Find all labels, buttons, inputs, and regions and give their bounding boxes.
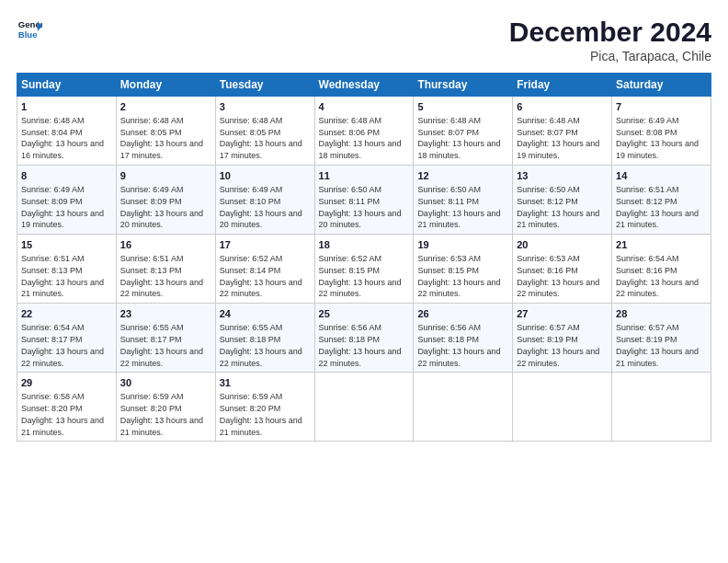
day-info: Sunrise: 6:53 AMSunset: 8:16 PMDaylight:… xyxy=(517,254,599,298)
day-info: Sunrise: 6:55 AMSunset: 8:17 PMDaylight:… xyxy=(120,323,203,367)
table-row: 10Sunrise: 6:49 AMSunset: 8:10 PMDayligh… xyxy=(215,166,314,235)
day-info: Sunrise: 6:49 AMSunset: 8:09 PMDaylight:… xyxy=(21,185,104,229)
day-number: 2 xyxy=(120,100,211,114)
table-row: 16Sunrise: 6:51 AMSunset: 8:13 PMDayligh… xyxy=(116,235,215,304)
day-info: Sunrise: 6:56 AMSunset: 8:18 PMDaylight:… xyxy=(417,323,500,367)
day-number: 18 xyxy=(319,238,410,252)
day-info: Sunrise: 6:51 AMSunset: 8:13 PMDaylight:… xyxy=(21,254,104,298)
day-info: Sunrise: 6:52 AMSunset: 8:14 PMDaylight:… xyxy=(220,254,302,298)
calendar-week-row: 29Sunrise: 6:58 AMSunset: 8:20 PMDayligh… xyxy=(17,373,711,442)
header-saturday: Saturday xyxy=(612,74,711,97)
table-row: 7Sunrise: 6:49 AMSunset: 8:08 PMDaylight… xyxy=(612,97,711,166)
table-row: 3Sunrise: 6:48 AMSunset: 8:05 PMDaylight… xyxy=(215,97,314,166)
day-info: Sunrise: 6:51 AMSunset: 8:13 PMDaylight:… xyxy=(120,254,203,298)
table-row: 23Sunrise: 6:55 AMSunset: 8:17 PMDayligh… xyxy=(116,304,215,373)
table-row: 8Sunrise: 6:49 AMSunset: 8:09 PMDaylight… xyxy=(17,166,117,235)
calendar-table: Sunday Monday Tuesday Wednesday Thursday… xyxy=(17,73,711,442)
day-number: 19 xyxy=(417,238,508,252)
table-row: 25Sunrise: 6:56 AMSunset: 8:18 PMDayligh… xyxy=(314,304,414,373)
day-info: Sunrise: 6:54 AMSunset: 8:16 PMDaylight:… xyxy=(616,254,699,298)
day-number: 22 xyxy=(21,307,112,321)
day-info: Sunrise: 6:58 AMSunset: 8:20 PMDaylight:… xyxy=(21,392,104,436)
logo: General Blue xyxy=(17,17,42,42)
calendar-week-row: 22Sunrise: 6:54 AMSunset: 8:17 PMDayligh… xyxy=(17,304,711,373)
day-number: 15 xyxy=(21,238,112,252)
table-row: 5Sunrise: 6:48 AMSunset: 8:07 PMDaylight… xyxy=(414,97,513,166)
subtitle: Pica, Tarapaca, Chile xyxy=(509,49,711,63)
calendar-header-row: Sunday Monday Tuesday Wednesday Thursday… xyxy=(17,74,711,97)
day-number: 21 xyxy=(616,238,707,252)
day-info: Sunrise: 6:53 AMSunset: 8:15 PMDaylight:… xyxy=(417,254,500,298)
day-info: Sunrise: 6:50 AMSunset: 8:12 PMDaylight:… xyxy=(517,185,599,229)
day-info: Sunrise: 6:56 AMSunset: 8:18 PMDaylight:… xyxy=(319,323,402,367)
day-number: 20 xyxy=(517,238,608,252)
day-info: Sunrise: 6:48 AMSunset: 8:07 PMDaylight:… xyxy=(517,116,599,160)
day-info: Sunrise: 6:48 AMSunset: 8:04 PMDaylight:… xyxy=(21,116,104,160)
table-row: 14Sunrise: 6:51 AMSunset: 8:12 PMDayligh… xyxy=(612,166,711,235)
day-info: Sunrise: 6:59 AMSunset: 8:20 PMDaylight:… xyxy=(220,392,302,436)
day-number: 16 xyxy=(120,238,211,252)
header-wednesday: Wednesday xyxy=(314,74,414,97)
day-number: 11 xyxy=(319,169,410,183)
page: General Blue December 2024 Pica, Tarapac… xyxy=(0,0,728,563)
day-info: Sunrise: 6:51 AMSunset: 8:12 PMDaylight:… xyxy=(616,185,699,229)
day-number: 7 xyxy=(616,100,707,114)
calendar-week-row: 8Sunrise: 6:49 AMSunset: 8:09 PMDaylight… xyxy=(17,166,711,235)
day-number: 17 xyxy=(220,238,311,252)
calendar-week-row: 15Sunrise: 6:51 AMSunset: 8:13 PMDayligh… xyxy=(17,235,711,304)
svg-text:Blue: Blue xyxy=(18,29,38,40)
calendar-week-row: 1Sunrise: 6:48 AMSunset: 8:04 PMDaylight… xyxy=(17,97,711,166)
day-number: 1 xyxy=(21,100,112,114)
table-row: 6Sunrise: 6:48 AMSunset: 8:07 PMDaylight… xyxy=(513,97,612,166)
day-number: 24 xyxy=(220,307,311,321)
table-row xyxy=(513,373,612,442)
table-row: 31Sunrise: 6:59 AMSunset: 8:20 PMDayligh… xyxy=(215,373,314,442)
day-number: 9 xyxy=(120,169,211,183)
day-number: 25 xyxy=(319,307,410,321)
day-number: 27 xyxy=(517,307,608,321)
header-thursday: Thursday xyxy=(414,74,513,97)
table-row: 11Sunrise: 6:50 AMSunset: 8:11 PMDayligh… xyxy=(314,166,414,235)
day-number: 30 xyxy=(120,376,211,390)
title-block: December 2024 Pica, Tarapaca, Chile xyxy=(509,17,711,63)
day-info: Sunrise: 6:52 AMSunset: 8:15 PMDaylight:… xyxy=(319,254,402,298)
table-row: 20Sunrise: 6:53 AMSunset: 8:16 PMDayligh… xyxy=(513,235,612,304)
day-number: 28 xyxy=(616,307,707,321)
table-row: 26Sunrise: 6:56 AMSunset: 8:18 PMDayligh… xyxy=(414,304,513,373)
day-info: Sunrise: 6:48 AMSunset: 8:07 PMDaylight:… xyxy=(417,116,500,160)
day-info: Sunrise: 6:54 AMSunset: 8:17 PMDaylight:… xyxy=(21,323,104,367)
day-number: 3 xyxy=(220,100,311,114)
table-row: 28Sunrise: 6:57 AMSunset: 8:19 PMDayligh… xyxy=(612,304,711,373)
day-info: Sunrise: 6:57 AMSunset: 8:19 PMDaylight:… xyxy=(616,323,699,367)
table-row: 4Sunrise: 6:48 AMSunset: 8:06 PMDaylight… xyxy=(314,97,414,166)
header: General Blue December 2024 Pica, Tarapac… xyxy=(17,17,711,63)
table-row: 2Sunrise: 6:48 AMSunset: 8:05 PMDaylight… xyxy=(116,97,215,166)
table-row: 13Sunrise: 6:50 AMSunset: 8:12 PMDayligh… xyxy=(513,166,612,235)
header-monday: Monday xyxy=(116,74,215,97)
table-row: 17Sunrise: 6:52 AMSunset: 8:14 PMDayligh… xyxy=(215,235,314,304)
day-info: Sunrise: 6:48 AMSunset: 8:05 PMDaylight:… xyxy=(120,116,203,160)
day-number: 29 xyxy=(21,376,112,390)
day-info: Sunrise: 6:48 AMSunset: 8:06 PMDaylight:… xyxy=(319,116,402,160)
table-row: 21Sunrise: 6:54 AMSunset: 8:16 PMDayligh… xyxy=(612,235,711,304)
day-info: Sunrise: 6:59 AMSunset: 8:20 PMDaylight:… xyxy=(120,392,203,436)
day-number: 23 xyxy=(120,307,211,321)
day-info: Sunrise: 6:49 AMSunset: 8:09 PMDaylight:… xyxy=(120,185,203,229)
table-row: 24Sunrise: 6:55 AMSunset: 8:18 PMDayligh… xyxy=(215,304,314,373)
day-info: Sunrise: 6:50 AMSunset: 8:11 PMDaylight:… xyxy=(417,185,500,229)
day-number: 5 xyxy=(417,100,508,114)
header-friday: Friday xyxy=(513,74,612,97)
main-title: December 2024 xyxy=(509,17,711,47)
day-number: 4 xyxy=(319,100,410,114)
day-number: 10 xyxy=(220,169,311,183)
table-row: 1Sunrise: 6:48 AMSunset: 8:04 PMDaylight… xyxy=(17,97,117,166)
day-number: 8 xyxy=(21,169,112,183)
day-info: Sunrise: 6:49 AMSunset: 8:08 PMDaylight:… xyxy=(616,116,699,160)
day-info: Sunrise: 6:55 AMSunset: 8:18 PMDaylight:… xyxy=(220,323,302,367)
header-sunday: Sunday xyxy=(17,74,117,97)
day-number: 13 xyxy=(517,169,608,183)
table-row: 22Sunrise: 6:54 AMSunset: 8:17 PMDayligh… xyxy=(17,304,117,373)
table-row xyxy=(612,373,711,442)
table-row: 18Sunrise: 6:52 AMSunset: 8:15 PMDayligh… xyxy=(314,235,414,304)
header-tuesday: Tuesday xyxy=(215,74,314,97)
